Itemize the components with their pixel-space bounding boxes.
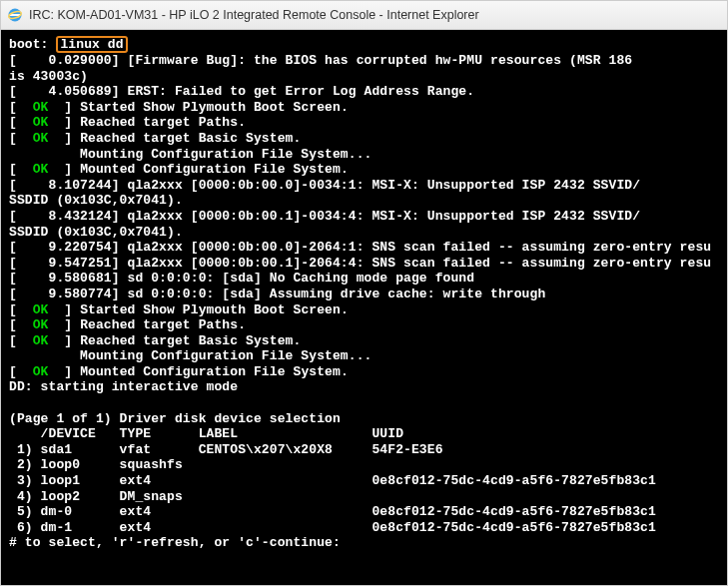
status-ok: OK [33, 302, 49, 317]
status-ok: OK [33, 115, 49, 130]
log-line: Reached target Paths. [80, 317, 246, 332]
log-line: Mounting Configuration File System... [9, 147, 371, 162]
window-title: IRC: KOM-AD01-VM31 - HP iLO 2 Integrated… [29, 8, 479, 22]
title-bar[interactable]: IRC: KOM-AD01-VM31 - HP iLO 2 Integrated… [1, 1, 727, 30]
log-line: SSDID (0x103C,0x7041). [9, 225, 183, 240]
log-line: [ 9.580774] sd 0:0:0:0: [sda] Assuming d… [9, 287, 545, 301]
table-header: /DEVICE TYPE LABEL UUID [9, 426, 403, 441]
select-prompt: # to select, 'r'-refresh, or 'c'-continu… [9, 535, 341, 550]
status-ok: OK [33, 100, 49, 115]
log-line: Reached target Paths. [80, 115, 246, 130]
log-line: [ 8.107244] qla2xxx [0000:0b:00.0]-0034:… [9, 178, 640, 193]
log-line: [ 9.547251] qla2xxx [0000:0b:00.1]-2064:… [9, 256, 711, 271]
log-line: Started Show Plymouth Boot Screen. [80, 302, 349, 317]
log-line: is 43003c) [9, 69, 88, 84]
log-line: [ 4.050689] ERST: Failed to get Error Lo… [9, 84, 474, 99]
table-row: 4) loop2 DM_snaps [9, 489, 183, 504]
page-header: (Page 1 of 1) Driver disk device selecti… [9, 411, 341, 426]
log-line: SSDID (0x103C,0x7041). [9, 193, 183, 208]
table-row: 2) loop0 squashfs [9, 457, 183, 472]
status-ok: OK [33, 131, 49, 146]
status-ok: OK [33, 364, 49, 379]
status-ok: OK [33, 317, 49, 332]
log-line: Reached target Basic System. [80, 333, 301, 348]
table-row: 3) loop1 ext4 0e8cf012-75dc-4cd9-a5f6-78… [9, 473, 656, 488]
log-line: Mounted Configuration File System. [80, 162, 349, 177]
table-row: 6) dm-1 ext4 0e8cf012-75dc-4cd9-a5f6-782… [9, 520, 656, 535]
boot-command-highlight: linux dd [56, 36, 127, 53]
log-line: Started Show Plymouth Boot Screen. [80, 100, 349, 115]
log-line: Mounting Configuration File System... [9, 348, 371, 363]
terminal[interactable]: boot: linux dd [ 0.029000] [Firmware Bug… [1, 30, 727, 585]
log-line: [ 8.432124] qla2xxx [0000:0b:00.1]-0034:… [9, 209, 640, 224]
table-row: 5) dm-0 ext4 0e8cf012-75dc-4cd9-a5f6-782… [9, 504, 656, 519]
ie-icon [7, 7, 23, 23]
dd-mode: DD: starting interactive mode [9, 379, 238, 394]
log-line: [ 9.220754] qla2xxx [0000:0b:00.0]-2064:… [9, 240, 711, 255]
window-frame: IRC: KOM-AD01-VM31 - HP iLO 2 Integrated… [0, 0, 728, 586]
table-row: 1) sda1 vfat CENTOS\x207\x20X8 54F2-E3E6 [9, 442, 443, 457]
log-line: Mounted Configuration File System. [80, 364, 349, 379]
log-line: [ 9.580681] sd 0:0:0:0: [sda] No Caching… [9, 271, 474, 286]
boot-label: boot: [9, 37, 56, 52]
status-ok: OK [33, 333, 49, 348]
status-ok: OK [33, 162, 49, 177]
terminal-output: boot: linux dd [ 0.029000] [Firmware Bug… [9, 36, 719, 551]
log-line: [ 0.029000] [Firmware Bug]: the BIOS has… [9, 53, 632, 68]
log-line: Reached target Basic System. [80, 131, 301, 146]
